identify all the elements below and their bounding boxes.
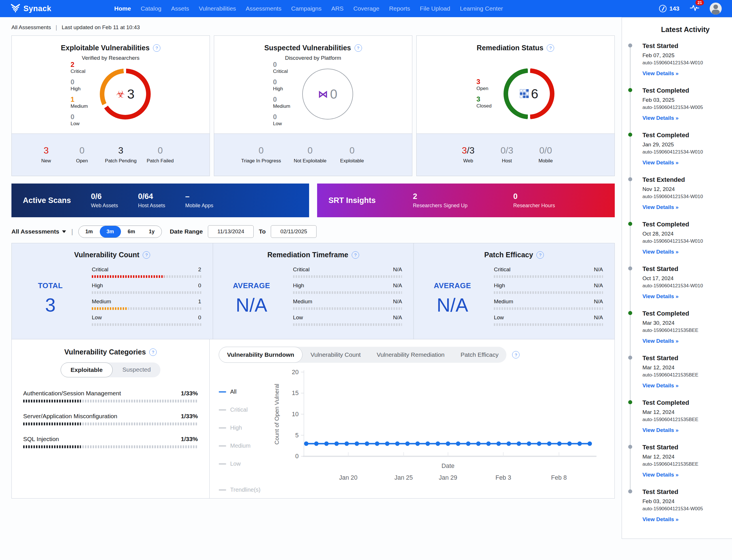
range-option-6m[interactable]: 6m [121, 226, 142, 238]
activity-item: Test Started Mar 12, 2024 auto-159060412… [622, 354, 732, 399]
nav-items: Home Catalog Assets Vulnerabilities Asse… [114, 5, 659, 12]
help-icon[interactable]: ? [536, 251, 544, 259]
token-coin-icon [659, 5, 667, 12]
view-details-link[interactable]: View Details » [643, 472, 679, 478]
nav-item-ars[interactable]: ARS [331, 5, 343, 12]
status-dot [628, 133, 632, 137]
help-icon[interactable]: ? [143, 251, 150, 259]
remediation-status-card: Remediation Status ? 3 Open 3 Closed [416, 35, 615, 176]
nav-item-coverage[interactable]: Coverage [353, 5, 379, 12]
top-nav: Synack Home Catalog Assets Vulnerabiliti… [0, 0, 732, 17]
legend-item-high[interactable]: High [219, 425, 269, 431]
banner-stat: – Mobile Apps [185, 192, 213, 209]
metric-row: HighN/A [494, 282, 603, 294]
date-to-input[interactable] [271, 225, 317, 238]
metric-row: LowN/A [494, 314, 603, 326]
activity-item: Test Completed Feb 03, 2025 auto-1590604… [622, 87, 732, 131]
footer-stat: 0 Exploitable [339, 146, 365, 164]
category-label: Authentication/Session Management [23, 390, 121, 397]
date-range-label: Date Range [170, 228, 203, 235]
filter-divider: | [71, 228, 73, 236]
remediation-card-footer: 3/3 Web 0/3 Host 0/0 Mobile [417, 133, 614, 176]
nav-item-assets[interactable]: Assets [171, 5, 189, 12]
date-from-input[interactable] [208, 225, 254, 238]
help-icon[interactable]: ? [149, 348, 157, 356]
srt-insights-banner[interactable]: SRT Insights 2 Researchers Signed Up 0 R… [317, 184, 615, 217]
legend-item-all[interactable]: All [219, 388, 269, 395]
nav-item-learning-center[interactable]: Learning Center [460, 5, 503, 12]
nav-item-assessments[interactable]: Assessments [246, 5, 281, 12]
help-icon[interactable]: ? [512, 351, 520, 358]
footer-stat: 0 Open [69, 146, 95, 164]
categories-title: Vulnerability Categories [64, 348, 146, 356]
activity-item: Test Completed Mar 30, 2024 auto-1590604… [622, 310, 732, 354]
nav-item-reports[interactable]: Reports [389, 5, 410, 12]
help-icon[interactable]: ? [355, 44, 362, 52]
view-details-link[interactable]: View Details » [643, 382, 679, 389]
nav-item-vulnerabilities[interactable]: Vulnerabilities [199, 5, 236, 12]
activity-item: Test Started Feb 07, 2025 auto-159060412… [622, 42, 732, 87]
token-counter[interactable]: 143 [659, 5, 679, 12]
activity-item: Test Completed Oct 28, 2024 auto-1590604… [622, 221, 732, 265]
active-scans-banner[interactable]: Active Scans 0/6 Web Assets 0/64 Host As… [11, 184, 309, 217]
brand[interactable]: Synack [10, 3, 51, 14]
view-details-link[interactable]: View Details » [643, 70, 679, 77]
help-icon[interactable]: ? [153, 44, 160, 52]
svg-text:Jan 29: Jan 29 [439, 474, 457, 481]
legend-item-medium[interactable]: Medium [219, 443, 269, 449]
tab-vulnerability-burndown[interactable]: Vulnerability Burndown [219, 347, 303, 363]
status-dot [628, 489, 632, 493]
view-details-link[interactable]: View Details » [643, 249, 679, 255]
nav-item-campaigns[interactable]: Campaigns [291, 5, 321, 12]
range-option-3m[interactable]: 3m [100, 226, 121, 238]
remediation-donut-chart: 6 [504, 68, 554, 119]
status-dot [628, 311, 632, 315]
view-details-link[interactable]: View Details » [643, 204, 679, 210]
chevron-down-icon [62, 230, 66, 233]
nav-item-home[interactable]: Home [114, 5, 131, 12]
legend-swatch [219, 489, 226, 491]
toggle-suspected[interactable]: Suspected [113, 362, 160, 377]
vulnerability-count-title: Vulnerability Count [74, 251, 139, 259]
legend-item-trendlines[interactable]: Trendline(s) [219, 487, 269, 493]
user-avatar[interactable] [710, 3, 722, 15]
activity-item: Test Started Feb 03, 2024 auto-159060412… [622, 488, 732, 533]
footer-stat: 3 New [33, 146, 59, 164]
tab-patch-efficacy[interactable]: Patch Efficacy [453, 347, 507, 362]
suspected-severity-list: 0 Critical 0 High 0 Medium 0 [273, 61, 290, 127]
assessment-scope-dropdown[interactable]: All Assessments [11, 228, 66, 235]
view-details-link[interactable]: View Details » [643, 115, 679, 121]
legend-item-low[interactable]: Low [219, 461, 269, 467]
activity-timeline: Test Started Feb 07, 2025 auto-159060412… [622, 42, 732, 533]
tab-vulnerability-count[interactable]: Vulnerability Count [303, 347, 369, 362]
exploitable-card-title: Exploitable Vulnerabilities [61, 44, 150, 52]
category-label: SQL Injection [23, 436, 59, 443]
legend-item-critical[interactable]: Critical [219, 406, 269, 413]
activity-item: Test Extended Nov 12, 2024 auto-15906041… [622, 176, 732, 221]
banner-stat: 0/6 Web Assets [91, 192, 118, 209]
nav-item-catalog[interactable]: Catalog [141, 5, 161, 12]
help-icon[interactable]: ? [547, 44, 554, 52]
nav-item-file-upload[interactable]: File Upload [420, 5, 450, 12]
range-option-1m[interactable]: 1m [79, 226, 100, 238]
toggle-exploitable[interactable]: Exploitable [61, 362, 113, 377]
help-icon[interactable]: ? [352, 251, 359, 259]
metric-row: MediumN/A [494, 298, 603, 310]
category-label: Server/Application Misconfiguration [23, 413, 117, 420]
footer-stat: 3/3 Web [455, 146, 481, 164]
status-dot [628, 43, 632, 47]
status-dot [628, 222, 632, 226]
tab-vulnerability-remediation[interactable]: Vulnerability Remediation [369, 347, 452, 362]
suspected-donut-chart: ⋈ 0 [302, 69, 353, 119]
legend-swatch [219, 463, 226, 465]
severity-stat: 0 Critical [273, 61, 290, 74]
view-details-link[interactable]: View Details » [643, 160, 679, 166]
view-details-link[interactable]: View Details » [643, 338, 679, 344]
banner-stat: 2 Researchers Signed Up [413, 192, 468, 209]
view-details-link[interactable]: View Details » [643, 427, 679, 433]
view-details-link[interactable]: View Details » [643, 516, 679, 523]
range-option-1y[interactable]: 1y [142, 226, 162, 238]
view-details-link[interactable]: View Details » [643, 293, 679, 300]
breadcrumb-scope[interactable]: All Assessments [11, 24, 51, 31]
notifications-button[interactable]: 21 [690, 4, 699, 13]
